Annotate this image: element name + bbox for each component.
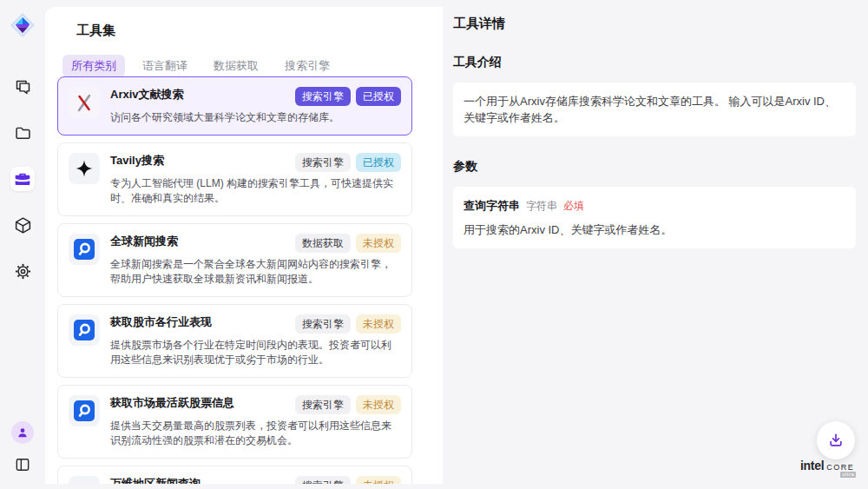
sidebar <box>0 0 45 489</box>
intel-core-text: core ultra <box>826 460 854 472</box>
param-required-badge: 必填 <box>563 198 584 215</box>
tab-category[interactable]: 数据获取 <box>205 55 267 77</box>
page-title: 工具集 <box>76 23 443 39</box>
param-name: 查询字符串 <box>464 197 520 214</box>
download-button[interactable] <box>817 421 855 459</box>
sidebar-item-files[interactable] <box>10 121 35 145</box>
category-tag: 搜索引擎 <box>295 314 351 334</box>
sidebar-item-collapse-panel[interactable] <box>10 453 35 477</box>
tool-description: 提供当天交易量最高的股票列表，投资者可以利用这些信息来识别流动性强的股票和潜在的… <box>110 419 397 448</box>
auth-status-badge: 未授权 <box>356 314 401 334</box>
intro-card: 一个用于从Arxiv存储库搜索科学论文和文章的工具。 输入可以是Arxiv ID… <box>453 83 856 136</box>
tool-name: 获取市场最活跃股票信息 <box>110 395 234 411</box>
tool-card[interactable]: Tavily搜索 搜索引擎 已授权 专为人工智能代理 (LLM) 构建的搜索引擎… <box>57 142 412 216</box>
tool-description: 全球新闻搜索是一个聚合全球各大新闻网站内容的搜索引擎，帮助用户快速获取全球最新资… <box>110 257 397 287</box>
toolset-panel: 工具集 所有类别语言翻译数据获取搜索引擎 Arxiv文献搜索 搜索引擎 已授权 … <box>45 7 443 484</box>
intel-brand-text: intel <box>800 459 824 472</box>
briefcase-icon <box>14 170 31 188</box>
person-icon <box>16 426 30 439</box>
download-icon <box>827 432 845 449</box>
intro-text: 一个用于从Arxiv存储库搜索科学论文和文章的工具。 输入可以是Arxiv ID… <box>464 95 836 124</box>
sidebar-item-chat[interactable] <box>10 75 35 99</box>
tool-name: Tavily搜索 <box>110 153 164 169</box>
sidebar-item-models[interactable] <box>10 213 35 237</box>
tool-card[interactable]: 万维地区新闻查询 搜索引擎 未授权 查询具体行政区划内的新闻，快速了解各地新闻动 <box>57 466 412 484</box>
cube-icon <box>14 216 32 235</box>
sidebar-nav <box>10 75 35 283</box>
tool-description: 提供股票市场各个行业在特定时间段内的表现。投资者可以利用这些信息来识别表现优于或… <box>110 338 397 367</box>
tab-active[interactable]: 所有类别 <box>62 55 125 77</box>
tool-description: 专为人工智能代理 (LLM) 构建的搜索引擎工具，可快速提供实时、准确和真实的结… <box>110 176 397 206</box>
tool-card[interactable]: 获取市场最活跃股票信息 搜索引擎 未授权 提供当天交易量最高的股票列表，投资者可… <box>57 385 412 459</box>
param-type: 字符串 <box>526 198 557 215</box>
tool-name: Arxiv文献搜索 <box>110 87 184 102</box>
arxiv-icon <box>69 87 100 118</box>
category-tag: 搜索引擎 <box>295 395 351 414</box>
newspaper-icon <box>69 476 100 484</box>
tool-name: 万维地区新闻查询 <box>110 476 201 484</box>
category-tabs: 所有类别语言翻译数据获取搜索引擎 <box>62 55 443 77</box>
tool-card[interactable]: Arxiv文献搜索 搜索引擎 已授权 访问各个研究领域大量科学论文和文章的存储库… <box>57 76 412 135</box>
intro-heading: 工具介绍 <box>453 55 856 70</box>
chat-icon <box>14 78 32 96</box>
gear-icon <box>14 262 32 281</box>
param-card: 查询字符串 字符串 必填 用于搜索的Arxiv ID、关键字或作者姓名。 <box>453 187 856 248</box>
blueq-icon <box>69 395 100 426</box>
auth-status-badge: 已授权 <box>356 87 401 106</box>
split-panel-icon <box>14 456 31 473</box>
category-tag: 搜索引擎 <box>295 153 351 172</box>
sidebar-item-toolset[interactable] <box>10 167 35 191</box>
category-tag: 数据获取 <box>295 234 351 253</box>
tool-description: 访问各个研究领域大量科学论文和文章的存储库。 <box>110 110 397 125</box>
intel-ultra-badge: ultra <box>840 472 856 478</box>
category-tag: 搜索引擎 <box>295 87 351 106</box>
tool-card[interactable]: 全球新闻搜索 数据获取 未授权 全球新闻搜索是一个聚合全球各大新闻网站内容的搜索… <box>57 223 412 297</box>
details-title: 工具详情 <box>453 16 856 32</box>
tool-name: 获取股市各行业表现 <box>110 314 212 330</box>
tab-category[interactable]: 语言翻译 <box>134 55 196 77</box>
auth-status-badge: 未授权 <box>356 395 401 414</box>
tool-details-panel: 工具详情 工具介绍 一个用于从Arxiv存储库搜索科学论文和文章的工具。 输入可… <box>443 0 868 489</box>
auth-status-badge: 未授权 <box>356 234 401 253</box>
tool-card[interactable]: 获取股市各行业表现 搜索引擎 未授权 提供股票市场各个行业在特定时间段内的表现。… <box>57 304 412 378</box>
blueq-icon <box>69 234 100 265</box>
tab-category[interactable]: 搜索引擎 <box>276 55 339 77</box>
user-avatar[interactable] <box>11 421 34 444</box>
intel-core-logo: intel core ultra <box>800 459 854 472</box>
param-desc: 用于搜索的Arxiv ID、关键字或作者姓名。 <box>464 221 845 238</box>
category-tag: 搜索引擎 <box>295 476 351 484</box>
auth-status-badge: 未授权 <box>356 476 401 484</box>
tool-name: 全球新闻搜索 <box>110 234 178 249</box>
sidebar-bottom <box>10 421 35 477</box>
sparkle-icon <box>69 153 100 184</box>
param-header: 查询字符串 字符串 必填 <box>464 197 845 215</box>
sidebar-item-settings[interactable] <box>10 259 35 283</box>
auth-status-badge: 已授权 <box>356 153 401 172</box>
blueq-icon <box>69 314 100 346</box>
tool-list: Arxiv文献搜索 搜索引擎 已授权 访问各个研究领域大量科学论文和文章的存储库… <box>45 76 443 484</box>
params-heading: 参数 <box>453 159 856 175</box>
folder-icon <box>14 124 32 142</box>
app-logo-icon <box>10 12 36 38</box>
